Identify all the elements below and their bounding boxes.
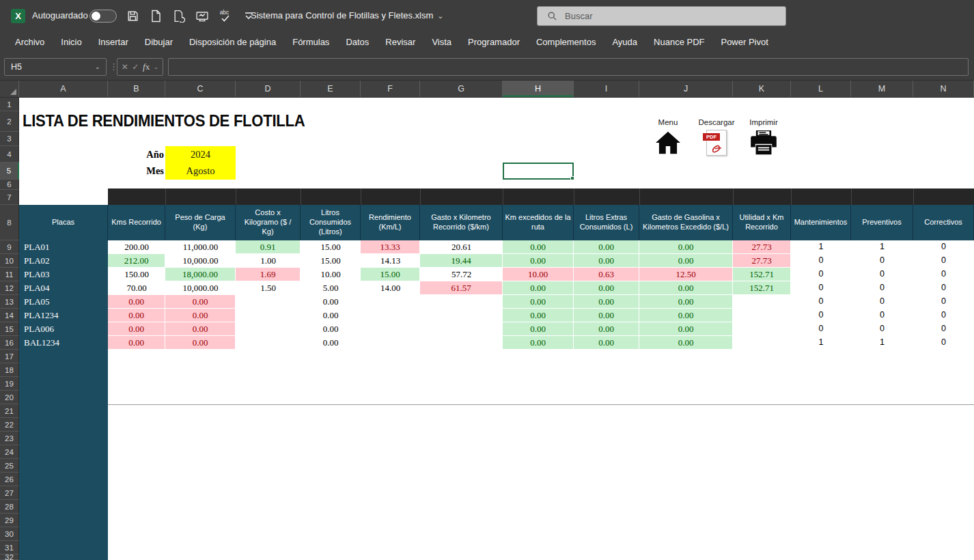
cell[interactable]: 0 bbox=[851, 295, 913, 309]
row-header-1[interactable]: 1 bbox=[0, 98, 19, 111]
cell[interactable]: 10.00 bbox=[301, 268, 361, 281]
table-header-placas[interactable]: Placas bbox=[19, 205, 108, 240]
column-header-N[interactable]: N bbox=[913, 81, 974, 97]
placa-cell-row9[interactable]: PLA01 bbox=[19, 240, 108, 254]
cell[interactable]: 0.00 bbox=[108, 336, 165, 350]
table-header-col4[interactable]: Litros Consumidos (Litros) bbox=[301, 205, 361, 240]
sheet-title-cell[interactable]: LISTA DE RENDIMIENTOS DE FLOTILLA bbox=[23, 112, 305, 130]
search-bar[interactable] bbox=[537, 6, 786, 26]
row-header-17[interactable]: 17 bbox=[0, 350, 19, 363]
cell[interactable]: 0.00 bbox=[108, 295, 165, 309]
cell[interactable]: 1.00 bbox=[236, 254, 301, 268]
cell[interactable]: 20.61 bbox=[420, 240, 503, 254]
placa-cell-row15[interactable]: PLA006 bbox=[19, 322, 108, 336]
placa-cell-row14[interactable]: PLA1234 bbox=[19, 309, 108, 322]
table-header-col13[interactable]: Correctivos bbox=[913, 205, 974, 240]
row-header-20[interactable]: 20 bbox=[0, 391, 19, 404]
cell[interactable]: 152.71 bbox=[733, 268, 791, 281]
month-value-cell[interactable]: Agosto bbox=[165, 163, 236, 180]
cell[interactable]: 0.00 bbox=[301, 336, 361, 350]
column-header-K[interactable]: K bbox=[733, 81, 791, 97]
cell[interactable]: 0.00 bbox=[301, 322, 361, 336]
cell[interactable]: 70.00 bbox=[108, 281, 165, 295]
row-header-8[interactable]: 8 bbox=[0, 205, 19, 240]
cell[interactable]: 1.69 bbox=[236, 268, 301, 281]
cell[interactable]: 0 bbox=[791, 309, 851, 322]
search-input[interactable] bbox=[563, 10, 785, 22]
cell[interactable]: 0.00 bbox=[165, 336, 236, 350]
cell[interactable]: 1 bbox=[791, 336, 851, 350]
cell[interactable]: 0.00 bbox=[574, 281, 639, 295]
cell[interactable]: 150.00 bbox=[108, 268, 165, 281]
spelling-check-icon[interactable]: abc bbox=[218, 8, 233, 24]
year-value-cell[interactable]: 2024 bbox=[165, 146, 236, 163]
column-header-A[interactable]: A bbox=[19, 81, 108, 97]
month-label-cell[interactable]: Mes bbox=[108, 163, 164, 180]
worksheet-area[interactable]: LISTA DE RENDIMIENTOS DE FLOTILLA Año Me… bbox=[19, 98, 974, 560]
cell[interactable]: 13.33 bbox=[361, 240, 420, 254]
cell[interactable]: 0 bbox=[913, 336, 974, 350]
row-header-4[interactable]: 4 bbox=[0, 146, 19, 163]
row-header-16[interactable]: 16 bbox=[0, 336, 19, 350]
ribbon-tab-datos[interactable]: Datos bbox=[337, 31, 377, 53]
column-header-L[interactable]: L bbox=[791, 81, 851, 97]
row-header-29[interactable]: 29 bbox=[0, 514, 19, 527]
cell[interactable]: 0.00 bbox=[165, 309, 236, 322]
cancel-icon[interactable]: ✕ bbox=[122, 62, 128, 72]
cell[interactable]: 1.50 bbox=[236, 281, 301, 295]
row-header-21[interactable]: 21 bbox=[0, 404, 19, 418]
cell[interactable]: 0 bbox=[851, 268, 913, 281]
row-header-32[interactable]: 32 bbox=[0, 555, 19, 560]
placa-cell-row10[interactable]: PLA02 bbox=[19, 254, 108, 268]
row-header-26[interactable]: 26 bbox=[0, 473, 19, 486]
cell[interactable]: 0 bbox=[851, 281, 913, 295]
row-header-9[interactable]: 9 bbox=[0, 240, 19, 254]
screenshot-icon[interactable] bbox=[195, 8, 210, 24]
cell[interactable]: 0.00 bbox=[639, 309, 733, 322]
column-header-I[interactable]: I bbox=[574, 81, 639, 97]
cell[interactable]: 12.50 bbox=[639, 268, 733, 281]
table-header-col12[interactable]: Preventivos bbox=[851, 205, 913, 240]
ribbon-tab-insertar[interactable]: Insertar bbox=[90, 31, 137, 53]
cell[interactable]: 0 bbox=[851, 254, 913, 268]
cell[interactable]: 0.00 bbox=[503, 240, 574, 254]
formula-input[interactable] bbox=[168, 58, 969, 76]
cell[interactable]: 15.00 bbox=[361, 268, 420, 281]
ribbon-tab-fórmulas[interactable]: Fórmulas bbox=[284, 31, 337, 53]
cell[interactable]: 0 bbox=[913, 309, 974, 322]
year-label-cell[interactable]: Año bbox=[108, 146, 164, 163]
cell[interactable]: 1 bbox=[791, 240, 851, 254]
cell[interactable]: 0 bbox=[913, 281, 974, 295]
cell[interactable]: 0.91 bbox=[236, 240, 301, 254]
row-header-30[interactable]: 30 bbox=[0, 527, 19, 541]
cell[interactable]: 0 bbox=[913, 240, 974, 254]
cell[interactable]: 0 bbox=[791, 281, 851, 295]
cell[interactable]: 19.44 bbox=[420, 254, 503, 268]
cell[interactable]: 0.00 bbox=[639, 240, 733, 254]
cell[interactable]: 0.00 bbox=[639, 336, 733, 350]
cell[interactable]: 0.63 bbox=[574, 268, 639, 281]
cell[interactable]: 27.73 bbox=[733, 240, 791, 254]
cell[interactable]: 0 bbox=[791, 254, 851, 268]
cell[interactable]: 0.00 bbox=[165, 322, 236, 336]
cell[interactable]: 11,000.00 bbox=[165, 240, 236, 254]
cell[interactable]: 10,000.00 bbox=[165, 254, 236, 268]
cell[interactable]: 5.00 bbox=[301, 281, 361, 295]
column-header-C[interactable]: C bbox=[165, 81, 236, 97]
ribbon-tab-vista[interactable]: Vista bbox=[423, 31, 460, 53]
table-header-col5[interactable]: Rendimiento (Km/L) bbox=[361, 205, 420, 240]
imprimir-button[interactable]: Imprimir bbox=[738, 118, 790, 156]
cell[interactable]: 0.00 bbox=[574, 254, 639, 268]
row-header-5[interactable]: 5 bbox=[0, 163, 19, 180]
placa-cell-row13[interactable]: PLA05 bbox=[19, 295, 108, 309]
select-all-corner[interactable] bbox=[0, 81, 19, 97]
cell[interactable]: 0.00 bbox=[574, 309, 639, 322]
cell[interactable]: 0.00 bbox=[574, 336, 639, 350]
cell[interactable]: 15.00 bbox=[301, 240, 361, 254]
cell[interactable]: 15.00 bbox=[301, 254, 361, 268]
cell[interactable]: 0.00 bbox=[574, 295, 639, 309]
column-header-H[interactable]: H bbox=[503, 81, 574, 97]
row-header-23[interactable]: 23 bbox=[0, 432, 19, 445]
document-title[interactable]: Sistema para Control de Flotillas y Flet… bbox=[251, 10, 444, 20]
save-icon[interactable] bbox=[125, 8, 140, 24]
